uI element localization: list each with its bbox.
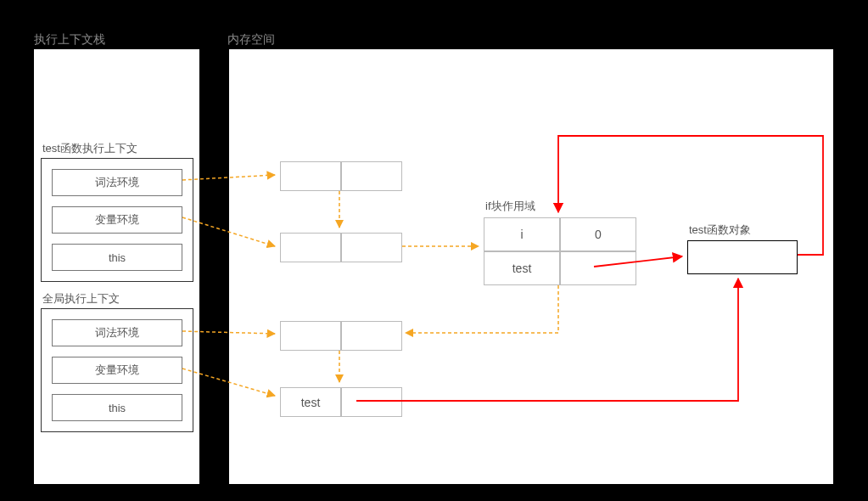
global-ctx-title: 全局执行上下文 [42,291,120,307]
stack-title: 执行上下文栈 [34,32,105,48]
test-var-mem-left [280,233,341,262]
test-ctx-block: 词法环境 变量环境 this [41,158,193,282]
if-i-val: 0 [560,217,636,251]
test-lexical-env: 词法环境 [52,169,182,196]
global-lexical-env: 词法环境 [52,319,182,346]
global-lex-mem-left [280,321,341,351]
test-this: this [52,244,182,271]
test-fn-obj-title: test函数对象 [689,222,751,238]
global-ctx-block: 词法环境 变量环境 this [41,308,193,432]
global-variable-env: 变量环境 [52,357,182,384]
memory-panel: if块作用域 i 0 test test test函数对象 [227,48,835,486]
test-lex-mem-right [341,161,402,191]
if-test-key: test [484,251,560,285]
global-this: this [52,394,182,421]
global-var-test-val [341,387,402,417]
if-test-val [560,251,636,285]
if-i-key: i [484,217,560,251]
memory-title: 内存空间 [227,32,275,48]
stack-panel: test函数执行上下文 词法环境 变量环境 this 全局执行上下文 词法环境 … [32,48,201,486]
global-lex-mem-right [341,321,402,351]
test-lex-mem-left [280,161,341,191]
test-ctx-title: test函数执行上下文 [42,141,137,156]
test-var-mem-right [341,233,402,262]
global-var-test-key: test [280,387,341,417]
test-variable-env: 变量环境 [52,206,182,234]
if-block-title: if块作用域 [485,199,535,214]
test-fn-obj [687,240,798,274]
